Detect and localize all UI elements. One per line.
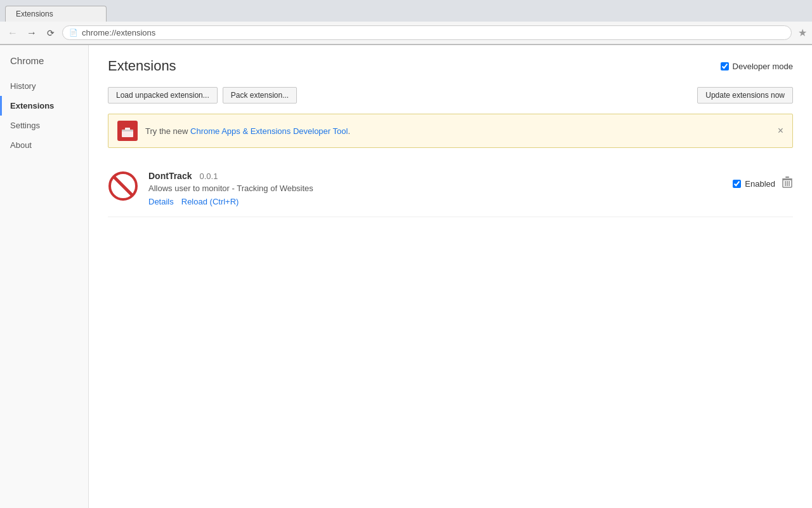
developer-mode-label: Developer mode xyxy=(733,62,793,71)
page-body: Chrome History Extensions Settings About… xyxy=(0,45,812,508)
extension-description: Allows user to monitor - Tracking of Web… xyxy=(148,184,723,193)
forward-button[interactable]: → xyxy=(24,25,39,41)
extension-delete-button[interactable] xyxy=(782,176,793,191)
sidebar-item-history[interactable]: History xyxy=(0,76,88,96)
developer-mode-checkbox[interactable] xyxy=(721,62,729,70)
extension-enabled-label: Enabled xyxy=(733,179,775,189)
extension-enabled-text: Enabled xyxy=(745,179,775,189)
address-bar[interactable]: 📄 chrome://extensions xyxy=(62,25,792,40)
banner-text-after: . xyxy=(348,126,350,136)
svg-rect-6 xyxy=(785,177,789,178)
nav-bar: ← → ⟳ 📄 chrome://extensions ★ xyxy=(0,22,812,44)
browser-chrome: Extensions ← → ⟳ 📄 chrome://extensions ★ xyxy=(0,0,812,45)
sidebar: Chrome History Extensions Settings About xyxy=(0,45,89,508)
address-text: chrome://extensions xyxy=(82,28,155,37)
extension-reload-link[interactable]: Reload (Ctrl+R) xyxy=(181,197,239,206)
banner-text-before: Try the new xyxy=(145,126,190,136)
page-title: Extensions xyxy=(108,58,176,74)
extension-info-donttrack: DontTrack 0.0.1 Allows user to monitor -… xyxy=(148,171,723,206)
update-extensions-button[interactable]: Update extensions now xyxy=(697,87,793,104)
sidebar-title: Chrome xyxy=(0,55,88,76)
main-content: Extensions Developer mode Load unpacked … xyxy=(89,45,812,508)
toolbox-icon xyxy=(121,124,134,138)
bookmark-button[interactable]: ★ xyxy=(798,27,807,39)
developer-mode-section: Developer mode xyxy=(721,62,793,71)
extension-enabled-checkbox[interactable] xyxy=(733,180,741,188)
page-icon: 📄 xyxy=(69,29,78,37)
info-banner: Try the new Chrome Apps & Extensions Dev… xyxy=(108,114,793,148)
active-tab[interactable]: Extensions xyxy=(5,6,107,22)
reload-button[interactable]: ⟳ xyxy=(43,25,58,41)
pack-extension-button[interactable]: Pack extension... xyxy=(223,87,297,104)
sidebar-item-about[interactable]: About xyxy=(0,135,88,155)
extension-name: DontTrack xyxy=(148,171,192,181)
sidebar-item-extensions[interactable]: Extensions xyxy=(0,96,88,116)
trash-icon xyxy=(782,176,793,189)
extension-links: Details Reload (Ctrl+R) xyxy=(148,197,723,206)
load-unpacked-button[interactable]: Load unpacked extension... xyxy=(108,87,218,104)
svg-rect-2 xyxy=(122,130,133,131)
sidebar-item-settings[interactable]: Settings xyxy=(0,116,88,135)
close-banner-button[interactable]: × xyxy=(778,126,783,136)
extension-details-link[interactable]: Details xyxy=(148,197,174,206)
extension-version: 0.0.1 xyxy=(199,171,218,181)
extension-controls: Enabled xyxy=(733,176,793,191)
extension-icon-donttrack xyxy=(108,171,138,201)
back-button[interactable]: ← xyxy=(5,25,20,41)
banner-icon xyxy=(117,121,138,141)
banner-link[interactable]: Chrome Apps & Extensions Developer Tool xyxy=(190,126,348,136)
donttrack-svg-icon xyxy=(108,171,138,201)
extensions-toolbar: Load unpacked extension... Pack extensio… xyxy=(108,87,793,104)
main-header: Extensions Developer mode xyxy=(108,58,793,74)
extension-card-donttrack: DontTrack 0.0.1 Allows user to monitor -… xyxy=(108,161,793,217)
banner-text: Try the new Chrome Apps & Extensions Dev… xyxy=(145,126,770,136)
ext-name-row: DontTrack 0.0.1 xyxy=(148,171,723,181)
tab-bar: Extensions xyxy=(0,0,812,22)
